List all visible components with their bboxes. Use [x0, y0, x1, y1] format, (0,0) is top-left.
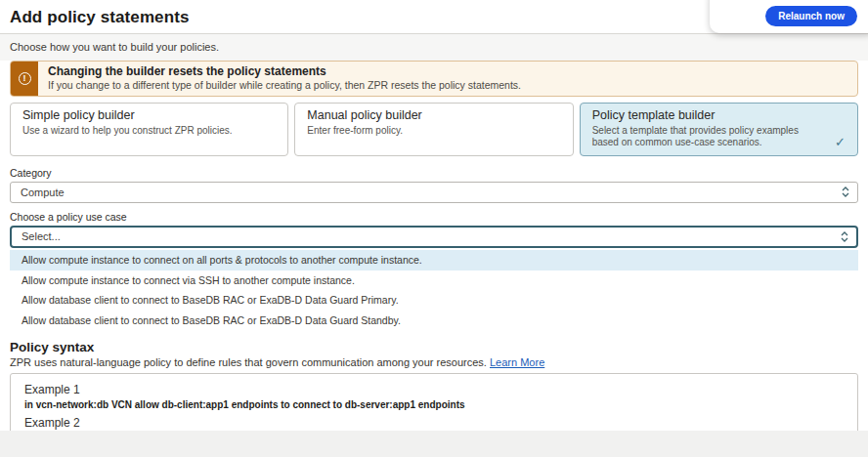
warning-icon: ! — [11, 62, 38, 96]
policy-syntax-description: ZPR uses natural-language policy to defi… — [10, 356, 858, 368]
warning-title: Changing the builder resets the policy s… — [48, 64, 521, 78]
example-label: Example 1 — [24, 383, 844, 396]
relaunch-popup: Relaunch now — [710, 0, 868, 33]
card-title: Simple policy builder — [22, 108, 276, 123]
card-manual-policy-builder[interactable]: Manual policy builder Enter free-form po… — [294, 103, 573, 156]
use-case-option[interactable]: Allow compute instance to connect via SS… — [10, 270, 858, 291]
category-select[interactable]: Compute — [10, 182, 858, 203]
warning-banner: ! Changing the builder resets the policy… — [10, 61, 858, 97]
card-simple-policy-builder[interactable]: Simple policy builder Use a wizard to he… — [10, 103, 288, 156]
category-label: Category — [10, 167, 858, 179]
selected-check-icon: ✓ — [835, 136, 846, 148]
card-description: Enter free-form policy. — [307, 125, 560, 138]
warning-body: If you change to a different type of bui… — [48, 79, 521, 92]
use-case-value: Select... — [22, 230, 61, 242]
card-description: Select a template that provides policy e… — [592, 125, 846, 149]
use-case-option[interactable]: Allow database client to connect to Base… — [10, 311, 858, 331]
examples-box: Example 1 in vcn-network:db VCN allow db… — [10, 373, 858, 431]
card-description: Use a wizard to help you construct ZPR p… — [22, 125, 276, 138]
use-case-label: Choose a policy use case — [10, 211, 858, 223]
example-code: in vcn-network:db VCN allow db-client:ap… — [24, 399, 844, 411]
select-chevrons-icon — [842, 187, 849, 197]
select-chevrons-icon — [841, 231, 848, 242]
relaunch-now-button[interactable]: Relaunch now — [765, 6, 857, 26]
add-policy-statements-panel: Add policy statements Choose how you wan… — [0, 0, 868, 431]
learn-more-link[interactable]: Learn More — [490, 356, 544, 368]
use-case-select[interactable]: Select... — [10, 226, 858, 248]
category-value: Compute — [21, 187, 65, 198]
card-title: Manual policy builder — [307, 108, 560, 123]
example-label: Example 2 — [24, 416, 844, 430]
builder-cards: Simple policy builder Use a wizard to he… — [10, 103, 858, 156]
use-case-option[interactable]: Allow database client to connect to Base… — [10, 290, 858, 311]
card-title: Policy template builder — [592, 108, 846, 123]
use-case-option[interactable]: Allow compute instance to connect on all… — [10, 250, 858, 270]
intro-text: Choose how you want to build your polici… — [0, 34, 868, 61]
use-case-dropdown: Allow compute instance to connect on all… — [10, 250, 858, 330]
policy-syntax-heading: Policy syntax — [10, 340, 858, 354]
card-policy-template-builder[interactable]: Policy template builder Select a templat… — [580, 103, 858, 156]
